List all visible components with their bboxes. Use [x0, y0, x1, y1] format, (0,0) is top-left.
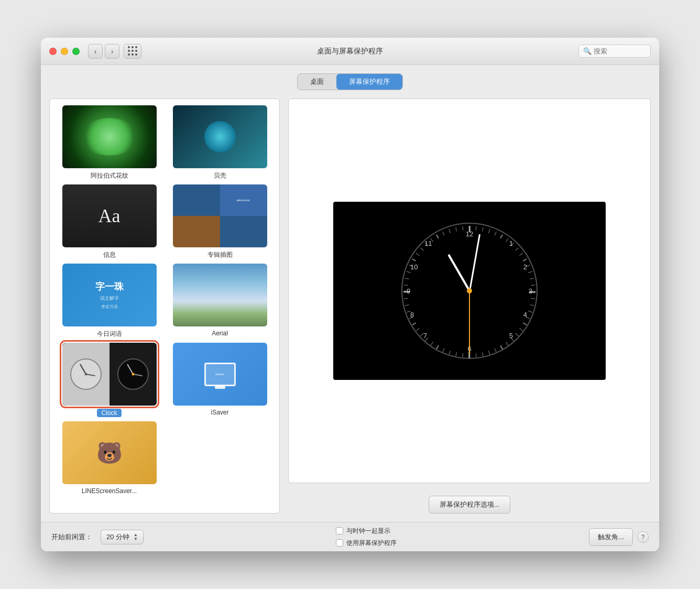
clock-thumbnail [62, 343, 157, 406]
list-item[interactable]: iSaver iSaver [167, 343, 273, 417]
preview-panel: 12 1 2 3 4 5 6 7 8 9 10 11 [280, 99, 651, 514]
list-item[interactable]: 阿拉伯式花纹 [56, 105, 162, 180]
clock-num-4: 4 [523, 311, 527, 319]
shell-thumbnail [173, 105, 267, 168]
clock-label: Clock [97, 409, 121, 417]
checkbox-clock-input[interactable] [336, 527, 343, 535]
clock-num-3: 3 [529, 287, 532, 295]
checkbox-screensaver[interactable]: 使用屏幕保护程序 [336, 539, 397, 548]
segmented-control: 桌面 屏幕保护程序 [297, 73, 403, 90]
aerial-thumbnail [173, 264, 267, 326]
main-content: 阿拉伯式花纹 贝壳 Aa 信息 [41, 99, 659, 522]
list-item[interactable]: electronic 专辑插图 [167, 184, 273, 259]
list-item[interactable]: 贝壳 [167, 105, 273, 180]
clock-num-5: 5 [509, 332, 513, 340]
word-thumbnail: 字一珠 说文解字 序音万语 [62, 264, 157, 326]
options-container: 屏幕保护程序选项... [429, 496, 511, 514]
window-title: 桌面与屏幕保护程序 [317, 47, 383, 56]
trigger-button[interactable]: 触发角... [589, 528, 633, 546]
aerial-label: Aerial [212, 330, 228, 337]
word-label: 今日词语 [97, 330, 122, 339]
titlebar: ‹ › 桌面与屏幕保护程序 🔍 [41, 38, 659, 65]
options-button[interactable]: 屏幕保护程序选项... [429, 496, 511, 514]
idle-dropdown[interactable]: 20 分钟 ▲ ▼ [101, 530, 144, 544]
message-label: 信息 [103, 250, 116, 259]
main-window: ‹ › 桌面与屏幕保护程序 🔍 桌面 屏幕保护程序 [41, 38, 659, 551]
screensaver-grid: 阿拉伯式花纹 贝壳 Aa 信息 [50, 99, 279, 501]
clock-num-2: 2 [523, 263, 527, 271]
back-button[interactable]: ‹ [88, 44, 103, 59]
tab-desktop[interactable]: 桌面 [298, 74, 336, 90]
search-icon: 🔍 [583, 47, 592, 55]
second-hand [469, 291, 470, 354]
checkbox-clock-label: 与时钟一起显示 [346, 527, 390, 536]
forward-button[interactable]: › [105, 44, 119, 59]
clock-num-1: 1 [509, 239, 513, 247]
tab-screensaver[interactable]: 屏幕保护程序 [336, 74, 402, 90]
preview-screen: 12 1 2 3 4 5 6 7 8 9 10 11 [333, 202, 606, 380]
close-button[interactable] [49, 48, 57, 55]
clock-num-7: 7 [423, 332, 427, 340]
checkbox-clock[interactable]: 与时钟一起显示 [336, 527, 397, 536]
right-buttons: 触发角... ? [589, 528, 649, 546]
clock-center [467, 288, 472, 293]
nav-buttons: ‹ › [88, 44, 141, 59]
traffic-lights [49, 48, 80, 55]
preview-clock: 12 1 2 3 4 5 6 7 8 9 10 11 [401, 223, 538, 359]
album-label: 专辑插图 [207, 250, 233, 259]
arabic-thumbnail [62, 105, 157, 168]
search-input[interactable] [594, 47, 646, 55]
preview-area: 12 1 2 3 4 5 6 7 8 9 10 11 [288, 99, 651, 483]
screensaver-list: 阿拉伯式花纹 贝壳 Aa 信息 [49, 99, 280, 514]
clock-num-10: 10 [410, 263, 418, 271]
arabic-label: 阿拉伯式花纹 [91, 171, 128, 180]
clock-num-11: 11 [424, 239, 432, 247]
list-item[interactable]: 字一珠 说文解字 序音万语 今日词语 [56, 264, 162, 339]
line-label: LINEScreenSaver... [82, 487, 137, 495]
shell-label: 贝壳 [214, 171, 226, 180]
message-thumbnail: Aa [62, 184, 157, 247]
list-item[interactable]: 🐻 LINEScreenSaver... [56, 421, 162, 495]
checkbox-group: 与时钟一起显示 使用屏幕保护程序 [336, 527, 397, 548]
clock-num-12: 12 [466, 230, 473, 238]
checkbox-screensaver-input[interactable] [336, 539, 343, 547]
bottom-bar: 开始前闲置： 20 分钟 ▲ ▼ 与时钟一起显示 使用屏幕保护程序 触发角...… [41, 522, 659, 551]
checkbox-screensaver-label: 使用屏幕保护程序 [346, 539, 397, 548]
isaver-thumbnail: iSaver [173, 343, 267, 406]
help-button[interactable]: ? [637, 531, 649, 543]
bear-icon: 🐻 [96, 441, 123, 465]
grid-button[interactable] [124, 44, 141, 59]
tab-bar: 桌面 屏幕保护程序 [41, 65, 659, 99]
line-thumbnail: 🐻 [62, 421, 157, 484]
minimize-button[interactable] [61, 48, 68, 55]
grid-icon [128, 46, 138, 56]
list-item[interactable]: Aa 信息 [56, 184, 162, 259]
clock-num-9: 9 [407, 287, 410, 295]
maximize-button[interactable] [72, 48, 80, 55]
idle-value: 20 分钟 [106, 532, 129, 542]
clock-num-8: 8 [410, 311, 414, 319]
idle-label: 开始前闲置： [51, 532, 92, 542]
monitor-icon: iSaver [204, 363, 236, 386]
album-thumbnail: electronic [173, 184, 267, 247]
monitor-text: iSaver [215, 373, 224, 376]
isaver-label: iSaver [211, 409, 228, 416]
list-item[interactable]: Aerial [167, 264, 273, 339]
dropdown-arrows-icon: ▲ ▼ [134, 533, 138, 541]
list-item[interactable]: Clock [56, 343, 162, 417]
search-box[interactable]: 🔍 [578, 45, 651, 58]
